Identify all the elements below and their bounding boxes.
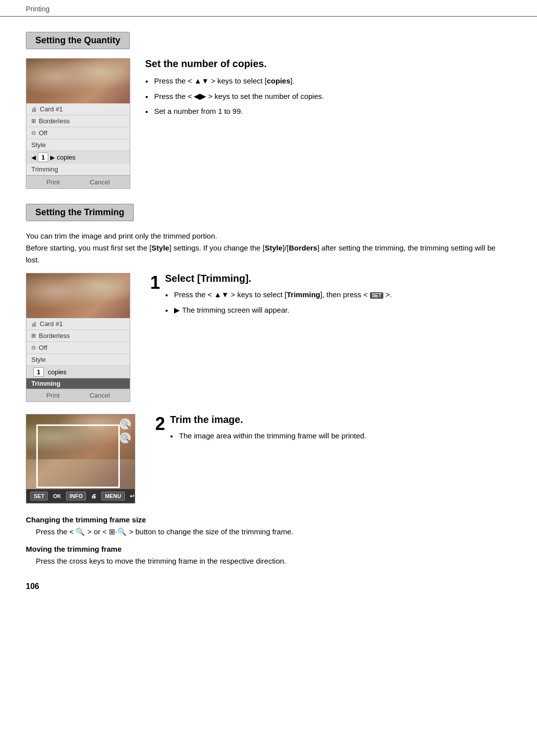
changing-frame-section: Changing the trimming frame size Press t…	[26, 515, 511, 538]
menu-footer: Print Cancel	[26, 175, 130, 188]
step2-number: 2	[147, 415, 165, 433]
zoom-in-icon: 🔍	[120, 432, 131, 443]
step1-photo	[26, 273, 130, 318]
step1-menu-off: ⊙ Off	[26, 342, 130, 354]
sub-sections: Changing the trimming frame size Press t…	[26, 515, 511, 567]
trim-frame	[36, 424, 120, 488]
step1-bullets: Press the < ▲▼ > keys to select [Trimmin…	[165, 289, 511, 316]
trimming-section-header: Setting the Trimming	[26, 204, 134, 221]
set-btn: SET	[30, 492, 48, 501]
camera-image: 🔍 🔍 SET OK INFO 🖨 MENU ↩	[26, 414, 135, 504]
step1-text: Select [Trimming]. Press the < ▲▼ > keys…	[165, 273, 511, 320]
info-btn: INFO	[66, 492, 86, 501]
changing-frame-text: Press the < 🔍 > or < ⊞·🔍 > button to cha…	[26, 526, 511, 538]
trimming-section: Setting the Trimming You can trim the im…	[26, 204, 511, 567]
breadcrumb: Printing	[0, 0, 537, 17]
page-number: 106	[26, 582, 511, 591]
quantity-menu-box: 🖨 Card #1 ⊞ Borderless ⊙ Off Style ◀ 1	[26, 58, 130, 189]
ok-label: OK	[53, 493, 61, 499]
moving-frame-section: Moving the trimming frame Press the cros…	[26, 545, 511, 567]
menu-item-off: ⊙ Off	[26, 127, 130, 139]
bullet-copies-select: Press the < ▲▼ > keys to select [copies]…	[145, 76, 511, 87]
step2-bullets: The image area within the trimming frame…	[170, 430, 511, 442]
step1-bullet2: ▶ The trimming screen will appear.	[165, 305, 511, 316]
breadcrumb-text: Printing	[26, 5, 49, 13]
step1-trimming-selected: Trimming	[26, 378, 130, 389]
step1-menu-borderless: ⊞ Borderless	[26, 330, 130, 342]
step2-content: 2 Trim the image. The image area within …	[147, 414, 511, 446]
quantity-section: Setting the Quantity 🖨 Card #1 ⊞ Borderl…	[26, 32, 511, 189]
menu-item-style: Style	[26, 139, 130, 151]
moving-frame-text: Press the cross keys to move the trimmin…	[26, 555, 511, 567]
step2-row: 🔍 🔍 SET OK INFO 🖨 MENU ↩ 2	[26, 414, 511, 504]
step1-content: 1 Select [Trimming]. Press the < ▲▼ > ke…	[142, 273, 511, 320]
menu-item-borderless: ⊞ Borderless	[26, 115, 130, 127]
quantity-right-text: Set the number of copies. Press the < ▲▼…	[145, 58, 511, 121]
step1-row: 🖨 Card #1 ⊞ Borderless ⊙ Off Style 1	[26, 273, 511, 402]
main-content: Setting the Quantity 🖨 Card #1 ⊞ Borderl…	[0, 17, 537, 611]
camera-footer-bar: SET OK INFO 🖨 MENU ↩	[26, 489, 135, 503]
quantity-photo	[26, 59, 130, 103]
step1-menu-style: Style	[26, 354, 130, 366]
zoom-out-icon: 🔍	[120, 419, 131, 429]
step2-heading: Trim the image.	[170, 414, 511, 425]
menu-item-trimming: Trimming	[26, 164, 130, 175]
step2-bullet1: The image area within the trimming frame…	[170, 430, 511, 442]
set-number-heading: Set the number of copies.	[145, 58, 511, 70]
step1-bullet1: Press the < ▲▼ > keys to select [Trimmin…	[165, 289, 511, 301]
step1-heading: Select [Trimming].	[165, 273, 511, 284]
step1-menu-block: 🖨 Card #1 ⊞ Borderless ⊙ Off Style 1	[26, 273, 130, 402]
trimming-intro: You can trim the image and print only th…	[26, 230, 511, 266]
step1-menu-box: 🖨 Card #1 ⊞ Borderless ⊙ Off Style 1	[26, 273, 130, 402]
moving-frame-heading: Moving the trimming frame	[26, 545, 511, 553]
quantity-content: 🖨 Card #1 ⊞ Borderless ⊙ Off Style ◀ 1	[26, 58, 511, 189]
step1-menu-card: 🖨 Card #1	[26, 318, 130, 330]
back-arrow: ↩	[130, 493, 134, 500]
menu-btn: MENU	[101, 492, 124, 501]
quantity-section-header: Setting the Quantity	[26, 32, 130, 49]
quantity-bullets: Press the < ▲▼ > keys to select [copies]…	[145, 76, 511, 117]
step1-menu-footer: Print Cancel	[26, 389, 130, 402]
print-icon: 🖨	[91, 493, 96, 499]
menu-item-card: 🖨 Card #1	[26, 103, 130, 115]
changing-frame-heading: Changing the trimming frame size	[26, 515, 511, 524]
bullet-copies-range: Set a number from 1 to 99.	[145, 106, 511, 117]
step1-copies-row: 1 copies	[26, 366, 130, 378]
step2-text: Trim the image. The image area within th…	[170, 414, 511, 446]
camera-block: 🔍 🔍 SET OK INFO 🖨 MENU ↩	[26, 414, 135, 504]
menu-copies-row: ◀ 1 ▶ copies	[26, 151, 130, 164]
bullet-copies-set: Press the < ◀▶ > keys to set the number …	[145, 91, 511, 102]
step1-number: 1	[142, 274, 160, 292]
